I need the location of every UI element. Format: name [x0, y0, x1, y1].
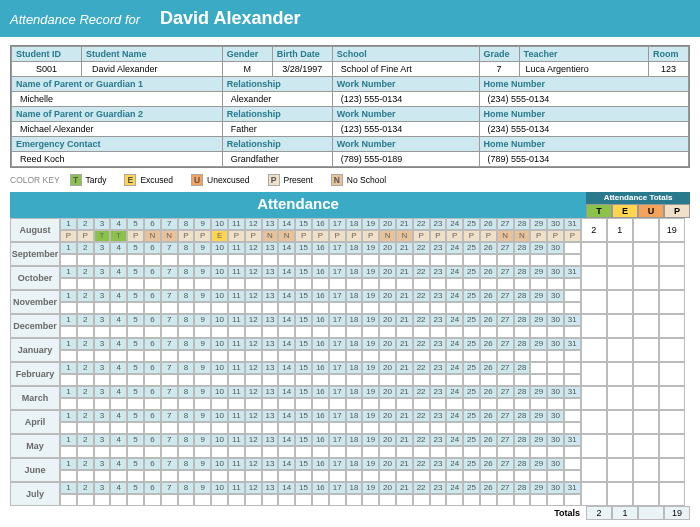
- day-mark: [329, 350, 346, 362]
- day-mark: [110, 398, 127, 410]
- day-number: 4: [110, 266, 127, 278]
- day-mark: [463, 326, 480, 338]
- day-mark: P: [228, 230, 245, 242]
- total-cell: [633, 242, 659, 266]
- day-number: 18: [346, 314, 363, 326]
- months-grid: August1234567891011121314151617181920212…: [10, 218, 581, 506]
- day-number: 14: [278, 458, 295, 470]
- day-number: 1: [60, 434, 77, 446]
- day-mark: [530, 254, 547, 266]
- day-mark: P: [312, 230, 329, 242]
- day-number: 18: [346, 482, 363, 494]
- day-number: 6: [144, 338, 161, 350]
- day-mark: [144, 278, 161, 290]
- day-number: 16: [312, 290, 329, 302]
- total-cell: [607, 482, 633, 506]
- day-mark: [262, 398, 279, 410]
- day-mark: [396, 254, 413, 266]
- day-mark: [497, 446, 514, 458]
- total-cell: [581, 314, 607, 338]
- day-mark: [413, 350, 430, 362]
- day-mark: [430, 398, 447, 410]
- day-number: 8: [178, 482, 195, 494]
- day-mark: [329, 494, 346, 506]
- day-number: 5: [127, 290, 144, 302]
- g1-home: (234) 555-0134: [479, 92, 688, 107]
- day-mark: [127, 398, 144, 410]
- day-mark: [127, 326, 144, 338]
- g2-home: (234) 555-0134: [479, 122, 688, 137]
- day-number: 28: [514, 410, 531, 422]
- student-info: Student ID Student Name Gender Birth Dat…: [10, 45, 690, 168]
- day-mark: [430, 254, 447, 266]
- day-mark: [94, 254, 111, 266]
- day-mark: [379, 446, 396, 458]
- day-number: 11: [228, 482, 245, 494]
- day-number: 15: [295, 338, 312, 350]
- day-number: 26: [480, 218, 497, 230]
- day-number: 30: [547, 242, 564, 254]
- day-number: 29: [530, 458, 547, 470]
- total-cell: [581, 458, 607, 482]
- day-mark: [379, 398, 396, 410]
- day-number: 29: [530, 338, 547, 350]
- day-number: 29: [530, 410, 547, 422]
- day-mark: [262, 326, 279, 338]
- day-mark: [94, 350, 111, 362]
- day-number: 8: [178, 362, 195, 374]
- day-number: 15: [295, 434, 312, 446]
- day-number: 19: [362, 314, 379, 326]
- day-mark: [161, 302, 178, 314]
- day-mark: [60, 278, 77, 290]
- day-number: 16: [312, 482, 329, 494]
- day-mark: [312, 374, 329, 386]
- day-mark: [77, 302, 94, 314]
- day-mark: [514, 494, 531, 506]
- day-mark: [178, 446, 195, 458]
- day-mark: [312, 446, 329, 458]
- g1-work: (123) 555-0134: [332, 92, 479, 107]
- day-mark: [514, 326, 531, 338]
- day-mark: [413, 302, 430, 314]
- day-mark: [194, 326, 211, 338]
- day-mark: [144, 422, 161, 434]
- day-number: 6: [144, 410, 161, 422]
- day-mark: [295, 326, 312, 338]
- day-mark: [60, 374, 77, 386]
- day-number: 25: [463, 290, 480, 302]
- day-mark: [295, 494, 312, 506]
- day-mark: P: [547, 230, 564, 242]
- banner-name: David Alexander: [160, 8, 300, 29]
- day-mark: [430, 494, 447, 506]
- col-p: P: [664, 204, 690, 218]
- hdr-work3: Work Number: [332, 137, 479, 152]
- month-label: April: [10, 410, 60, 434]
- day-number: 18: [346, 386, 363, 398]
- day-number: 1: [60, 266, 77, 278]
- day-mark: [278, 374, 295, 386]
- month-label: August: [10, 218, 60, 242]
- day-number: 6: [144, 362, 161, 374]
- day-number: 27: [497, 434, 514, 446]
- day-number: 29: [530, 482, 547, 494]
- day-number: 27: [497, 482, 514, 494]
- day-number: 24: [446, 386, 463, 398]
- day-mark: [362, 470, 379, 482]
- day-number: 17: [329, 266, 346, 278]
- day-mark: [110, 326, 127, 338]
- total-cell: [659, 266, 685, 290]
- day-number: 4: [110, 242, 127, 254]
- day-number: 24: [446, 434, 463, 446]
- day-number: 15: [295, 314, 312, 326]
- em-name: Reed Koch: [12, 152, 223, 167]
- day-number: 26: [480, 314, 497, 326]
- day-mark: [480, 278, 497, 290]
- day-number: 5: [127, 242, 144, 254]
- day-number: 11: [228, 338, 245, 350]
- month-row: October123456789101112131415161718192021…: [10, 266, 581, 290]
- day-number: 9: [194, 242, 211, 254]
- day-mark: [396, 494, 413, 506]
- day-mark: [530, 470, 547, 482]
- grand-u: [638, 506, 664, 520]
- day-mark: [161, 446, 178, 458]
